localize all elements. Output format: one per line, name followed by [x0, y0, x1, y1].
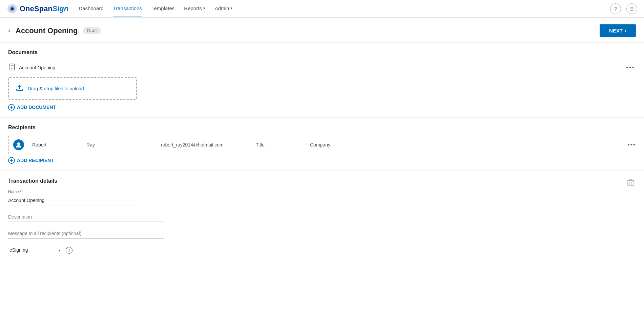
name-field-group: Name * — [8, 189, 636, 205]
status-badge: Draft — [83, 27, 101, 34]
recipient-lastname: Ray — [84, 142, 158, 148]
name-input[interactable] — [8, 196, 137, 205]
recipient-company: Company — [307, 142, 375, 148]
recipient-firstname: Robert — [29, 142, 84, 148]
esigning-row: eSigning In-Person Signing Capture i — [8, 245, 636, 255]
navbar: OneSpanSign Dashboard Transactions Templ… — [0, 0, 644, 18]
name-label: Name * — [8, 189, 636, 194]
document-icon — [9, 64, 16, 72]
recipient-avatar — [13, 139, 24, 150]
description-field-group — [8, 212, 636, 222]
transaction-details-section: Transaction details Name * — [0, 171, 644, 262]
nav-icons: ? ☰ — [610, 3, 637, 14]
esigning-select[interactable]: eSigning In-Person Signing Capture — [8, 245, 62, 255]
logo-sign: Sign — [53, 4, 69, 13]
nav-admin[interactable]: Admin ▾ — [215, 0, 233, 17]
message-field-group — [8, 229, 636, 239]
reports-chevron: ▾ — [203, 6, 205, 10]
description-input[interactable] — [8, 212, 164, 222]
esigning-wrapper: eSigning In-Person Signing Capture — [8, 245, 62, 255]
add-recipient-link[interactable]: + ADD RECIPIENT — [8, 157, 636, 164]
add-document-link[interactable]: + ADD DOCUMENT — [8, 104, 636, 111]
nav-templates[interactable]: Templates — [151, 0, 174, 17]
logo-icon — [7, 3, 18, 14]
user-menu-button[interactable]: ☰ — [626, 3, 637, 14]
svg-point-4 — [17, 142, 20, 145]
recipients-section: Recipients Robert Ray robert_ray2014@hot… — [0, 118, 644, 171]
page-header-left: ‹ Account Opening Draft — [8, 26, 101, 35]
message-input[interactable] — [8, 229, 164, 239]
transaction-details-title: Transaction details — [8, 178, 57, 184]
svg-point-2 — [11, 7, 14, 10]
nav-links: Dashboard Transactions Templates Reports… — [79, 0, 610, 17]
main-content: ‹ Account Opening Draft NEXT › Documents… — [0, 18, 644, 317]
nav-dashboard[interactable]: Dashboard — [79, 0, 103, 17]
admin-chevron: ▾ — [230, 6, 232, 10]
upload-area[interactable]: Drag & drop files to upload — [8, 77, 137, 100]
logo-onespan: OneSpan — [20, 4, 53, 13]
recipient-more-button[interactable]: ••• — [627, 141, 636, 149]
recipients-section-title: Recipients — [8, 124, 636, 131]
document-name: Account Opening — [19, 65, 55, 70]
documents-section: Documents Account Opening ••• — [0, 43, 644, 118]
help-button[interactable]: ? — [610, 3, 621, 14]
recipient-title: Title — [253, 142, 307, 148]
back-button[interactable]: ‹ — [8, 27, 10, 34]
document-item: Account Opening ••• — [8, 61, 636, 74]
recipient-email: robert_ray2014@hotmail.com — [158, 142, 253, 148]
upload-text: Drag & drop files to upload — [28, 86, 84, 91]
add-document-icon: + — [8, 104, 15, 111]
next-chevron: › — [625, 28, 626, 33]
recipient-row: Robert Ray robert_ray2014@hotmail.com Ti… — [8, 136, 636, 154]
recipient-fields: Robert Ray robert_ray2014@hotmail.com Ti… — [29, 142, 627, 148]
logo: OneSpanSign — [7, 3, 68, 14]
svg-rect-5 — [628, 181, 634, 186]
delete-transaction-button[interactable] — [626, 178, 636, 189]
nav-reports[interactable]: Reports ▾ — [184, 0, 205, 17]
nav-transactions[interactable]: Transactions — [113, 0, 142, 17]
esigning-info-icon[interactable]: i — [66, 247, 72, 254]
next-button[interactable]: NEXT › — [600, 24, 636, 37]
transaction-details-header: Transaction details — [8, 178, 636, 189]
page-title: Account Opening — [16, 26, 78, 35]
page-header: ‹ Account Opening Draft NEXT › — [0, 18, 644, 43]
document-more-button[interactable]: ••• — [626, 64, 635, 71]
documents-section-title: Documents — [8, 49, 636, 55]
upload-icon — [16, 84, 24, 93]
add-recipient-icon: + — [8, 157, 15, 164]
